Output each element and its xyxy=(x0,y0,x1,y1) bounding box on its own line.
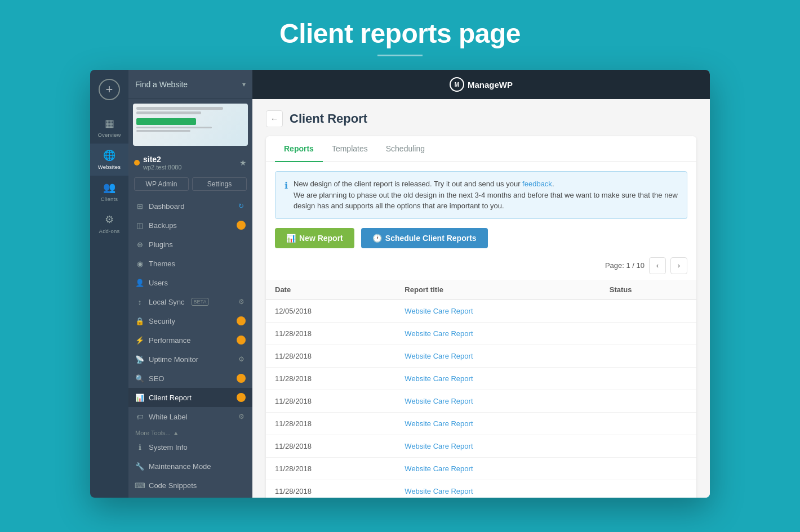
content-title: Client Report xyxy=(290,111,367,126)
cell-status xyxy=(601,367,696,390)
cell-title: Website Care Report xyxy=(395,412,600,435)
report-title-link[interactable]: Website Care Report xyxy=(405,352,473,360)
preview-bar-2 xyxy=(136,111,201,114)
rail-label-addons: Add-ons xyxy=(99,228,120,234)
rail-item-addons[interactable]: ⚙ Add-ons xyxy=(90,208,128,240)
action-buttons: 📊 New Report 🕐 Schedule Client Reports xyxy=(266,228,696,257)
cell-date: 11/28/2018 xyxy=(266,345,395,367)
cell-status xyxy=(601,412,696,435)
sidebar-item-client-report[interactable]: 📊 Client Report xyxy=(128,388,252,407)
tab-templates[interactable]: Templates xyxy=(323,136,377,162)
sidebar-label-seo: SEO xyxy=(149,374,164,383)
main-content: M ManageWP ← Client Report Reports Templ… xyxy=(252,70,710,498)
sidebar: Find a Website ▾ site2 wp2.test:8080 xyxy=(128,70,252,498)
report-title-link[interactable]: Website Care Report xyxy=(405,307,473,315)
cell-date: 11/28/2018 xyxy=(266,457,395,480)
cell-title: Website Care Report xyxy=(395,345,600,367)
rail-item-overview[interactable]: ▦ Overview xyxy=(90,111,128,144)
sidebar-label-security: Security xyxy=(149,317,175,325)
next-page-button[interactable]: › xyxy=(670,257,687,274)
report-title-link[interactable]: Website Care Report xyxy=(405,464,473,473)
site-actions: WP Admin Settings xyxy=(128,175,252,196)
cell-status xyxy=(601,299,696,322)
table-row: 11/28/2018Website Care Report xyxy=(266,435,696,457)
performance-badge xyxy=(237,336,246,345)
page-title: Client reports page xyxy=(0,18,800,49)
sidebar-item-dashboard[interactable]: ⊞ Dashboard ↻ xyxy=(128,196,252,216)
sidebar-header[interactable]: Find a Website ▾ xyxy=(128,70,252,99)
report-title-link[interactable]: Website Care Report xyxy=(405,329,473,338)
maintenance-mode-icon: 🔧 xyxy=(135,462,144,471)
sidebar-label-local-sync: Local Sync xyxy=(149,298,185,306)
sidebar-item-system-info[interactable]: ℹ System Info xyxy=(128,437,252,457)
back-button[interactable]: ← xyxy=(266,110,283,127)
sidebar-item-themes[interactable]: ◉ Themes xyxy=(128,254,252,273)
sidebar-item-users[interactable]: 👤 Users xyxy=(128,273,252,292)
sidebar-item-code-snippets[interactable]: ⌨ Code Snippets xyxy=(128,476,252,495)
table-header: Date Report title Status xyxy=(266,280,696,300)
chevron-down-icon: ▾ xyxy=(242,81,246,88)
sidebar-item-security[interactable]: 🔒 Security xyxy=(128,311,252,330)
sidebar-label-code-snippets: Code Snippets xyxy=(149,481,197,490)
report-title-link[interactable]: Website Care Report xyxy=(405,419,473,428)
add-website-button[interactable]: + xyxy=(99,79,120,100)
white-label-gear-icon: ⚙ xyxy=(237,412,246,421)
col-date: Date xyxy=(266,280,395,300)
feedback-link[interactable]: feedback xyxy=(522,180,552,188)
tab-reports[interactable]: Reports xyxy=(275,136,323,162)
report-table: Date Report title Status 12/05/2018Websi… xyxy=(266,280,696,498)
sidebar-item-backups[interactable]: ◫ Backups xyxy=(128,216,252,235)
sidebar-item-white-label[interactable]: 🏷 White Label ⚙ xyxy=(128,407,252,426)
report-title-link[interactable]: Website Care Report xyxy=(405,397,473,405)
wp-admin-button[interactable]: WP Admin xyxy=(134,177,189,191)
new-report-button[interactable]: 📊 New Report xyxy=(275,228,354,248)
cell-status xyxy=(601,457,696,480)
find-website-label: Find a Website xyxy=(135,80,242,89)
header-divider xyxy=(377,55,423,56)
more-tools-label: More Tools... xyxy=(135,430,171,436)
tab-scheduling[interactable]: Scheduling xyxy=(377,136,434,162)
rail-item-websites[interactable]: 🌐 Websites xyxy=(90,144,128,176)
sidebar-item-uptime-monitor[interactable]: 📡 Uptime Monitor ⚙ xyxy=(128,350,252,369)
sidebar-item-history[interactable]: 🕐 History xyxy=(128,495,252,498)
star-icon[interactable]: ★ xyxy=(239,158,247,167)
clock-icon: 🕐 xyxy=(372,234,382,243)
prev-page-button[interactable]: ‹ xyxy=(649,257,666,274)
sidebar-item-maintenance-mode[interactable]: 🔧 Maintenance Mode xyxy=(128,457,252,476)
users-icon: 👤 xyxy=(135,278,144,287)
info-banner: ℹ New design of the client report is rel… xyxy=(275,171,687,219)
more-tools-section: More Tools... ▲ xyxy=(128,426,252,437)
sidebar-label-backups: Backups xyxy=(149,221,177,230)
logo-text: ManageWP xyxy=(468,80,513,90)
site-preview-image xyxy=(133,104,248,146)
report-title-link[interactable]: Website Care Report xyxy=(405,442,473,450)
page-header: Client reports page xyxy=(0,0,800,70)
cell-status xyxy=(601,480,696,498)
cell-date: 11/28/2018 xyxy=(266,390,395,412)
schedule-reports-button[interactable]: 🕐 Schedule Client Reports xyxy=(361,228,488,248)
sidebar-item-local-sync[interactable]: ↕ Local Sync BETA ⚙ xyxy=(128,292,252,311)
table-row: 11/28/2018Website Care Report xyxy=(266,457,696,480)
cell-status xyxy=(601,345,696,367)
beta-badge: BETA xyxy=(192,298,209,306)
schedule-label: Schedule Client Reports xyxy=(385,234,477,243)
site-status-dot xyxy=(134,160,140,166)
rail-label-websites: Websites xyxy=(98,164,121,170)
logo-circle-icon: M xyxy=(450,77,464,92)
chart-icon: 📊 xyxy=(286,234,296,243)
rail-item-clients[interactable]: 👥 Clients xyxy=(90,176,128,208)
report-title-link[interactable]: Website Care Report xyxy=(405,487,473,495)
security-icon: 🔒 xyxy=(135,316,144,325)
col-status: Status xyxy=(601,280,696,300)
sidebar-item-performance[interactable]: ⚡ Performance xyxy=(128,330,252,350)
sidebar-item-seo[interactable]: 🔍 SEO xyxy=(128,369,252,388)
settings-button[interactable]: Settings xyxy=(192,177,247,191)
cell-status xyxy=(601,435,696,457)
local-sync-icon: ↕ xyxy=(135,297,144,306)
table-row: 11/28/2018Website Care Report xyxy=(266,480,696,498)
preview-green-block xyxy=(136,118,196,125)
white-label-icon: 🏷 xyxy=(135,412,144,421)
plugins-icon: ⊕ xyxy=(135,240,144,249)
report-title-link[interactable]: Website Care Report xyxy=(405,374,473,383)
sidebar-item-plugins[interactable]: ⊕ Plugins xyxy=(128,235,252,254)
